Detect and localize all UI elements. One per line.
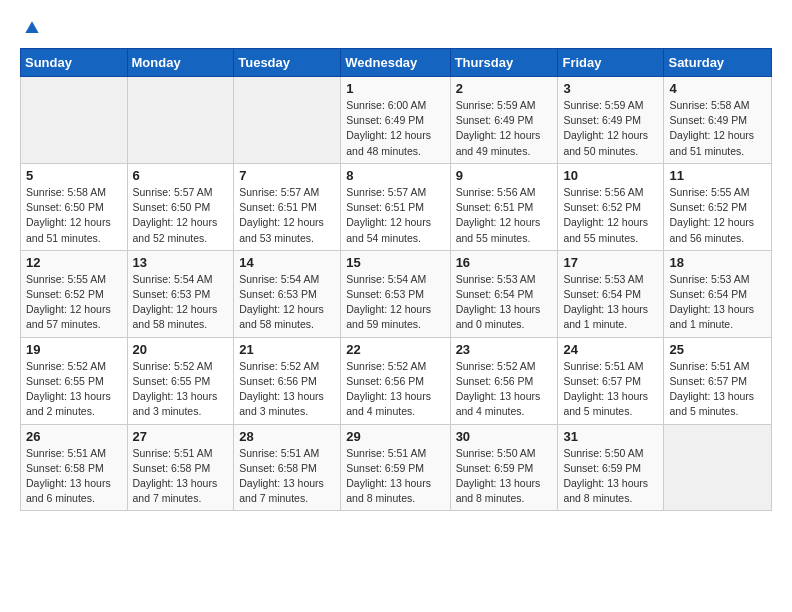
day-number: 19 bbox=[26, 342, 122, 357]
day-number: 10 bbox=[563, 168, 658, 183]
day-number: 7 bbox=[239, 168, 335, 183]
calendar-cell: 27Sunrise: 5:51 AM Sunset: 6:58 PM Dayli… bbox=[127, 424, 234, 511]
calendar-cell: 30Sunrise: 5:50 AM Sunset: 6:59 PM Dayli… bbox=[450, 424, 558, 511]
calendar-cell: 31Sunrise: 5:50 AM Sunset: 6:59 PM Dayli… bbox=[558, 424, 664, 511]
day-number: 17 bbox=[563, 255, 658, 270]
calendar-cell: 11Sunrise: 5:55 AM Sunset: 6:52 PM Dayli… bbox=[664, 163, 772, 250]
day-info: Sunrise: 5:59 AM Sunset: 6:49 PM Dayligh… bbox=[563, 98, 658, 159]
calendar-cell: 13Sunrise: 5:54 AM Sunset: 6:53 PM Dayli… bbox=[127, 250, 234, 337]
day-info: Sunrise: 5:53 AM Sunset: 6:54 PM Dayligh… bbox=[563, 272, 658, 333]
day-number: 14 bbox=[239, 255, 335, 270]
day-number: 23 bbox=[456, 342, 553, 357]
day-number: 29 bbox=[346, 429, 444, 444]
calendar-cell: 12Sunrise: 5:55 AM Sunset: 6:52 PM Dayli… bbox=[21, 250, 128, 337]
calendar-cell: 24Sunrise: 5:51 AM Sunset: 6:57 PM Dayli… bbox=[558, 337, 664, 424]
col-header-thursday: Thursday bbox=[450, 49, 558, 77]
day-info: Sunrise: 5:53 AM Sunset: 6:54 PM Dayligh… bbox=[669, 272, 766, 333]
calendar-cell: 9Sunrise: 5:56 AM Sunset: 6:51 PM Daylig… bbox=[450, 163, 558, 250]
calendar-cell: 14Sunrise: 5:54 AM Sunset: 6:53 PM Dayli… bbox=[234, 250, 341, 337]
day-number: 6 bbox=[133, 168, 229, 183]
day-info: Sunrise: 5:50 AM Sunset: 6:59 PM Dayligh… bbox=[563, 446, 658, 507]
day-number: 13 bbox=[133, 255, 229, 270]
day-info: Sunrise: 5:54 AM Sunset: 6:53 PM Dayligh… bbox=[239, 272, 335, 333]
day-info: Sunrise: 5:55 AM Sunset: 6:52 PM Dayligh… bbox=[669, 185, 766, 246]
col-header-saturday: Saturday bbox=[664, 49, 772, 77]
calendar-cell: 4Sunrise: 5:58 AM Sunset: 6:49 PM Daylig… bbox=[664, 77, 772, 164]
day-number: 21 bbox=[239, 342, 335, 357]
header bbox=[20, 18, 772, 38]
calendar-header-row: SundayMondayTuesdayWednesdayThursdayFrid… bbox=[21, 49, 772, 77]
svg-marker-0 bbox=[25, 21, 38, 33]
day-info: Sunrise: 5:54 AM Sunset: 6:53 PM Dayligh… bbox=[346, 272, 444, 333]
day-number: 18 bbox=[669, 255, 766, 270]
logo-icon bbox=[22, 18, 42, 38]
day-info: Sunrise: 5:52 AM Sunset: 6:56 PM Dayligh… bbox=[346, 359, 444, 420]
calendar-cell: 23Sunrise: 5:52 AM Sunset: 6:56 PM Dayli… bbox=[450, 337, 558, 424]
calendar-cell: 18Sunrise: 5:53 AM Sunset: 6:54 PM Dayli… bbox=[664, 250, 772, 337]
day-number: 20 bbox=[133, 342, 229, 357]
col-header-wednesday: Wednesday bbox=[341, 49, 450, 77]
day-info: Sunrise: 5:52 AM Sunset: 6:55 PM Dayligh… bbox=[133, 359, 229, 420]
day-number: 15 bbox=[346, 255, 444, 270]
col-header-friday: Friday bbox=[558, 49, 664, 77]
day-number: 24 bbox=[563, 342, 658, 357]
calendar-cell: 2Sunrise: 5:59 AM Sunset: 6:49 PM Daylig… bbox=[450, 77, 558, 164]
day-info: Sunrise: 5:53 AM Sunset: 6:54 PM Dayligh… bbox=[456, 272, 553, 333]
day-info: Sunrise: 5:56 AM Sunset: 6:51 PM Dayligh… bbox=[456, 185, 553, 246]
calendar-cell: 7Sunrise: 5:57 AM Sunset: 6:51 PM Daylig… bbox=[234, 163, 341, 250]
day-info: Sunrise: 5:51 AM Sunset: 6:57 PM Dayligh… bbox=[563, 359, 658, 420]
day-info: Sunrise: 5:51 AM Sunset: 6:58 PM Dayligh… bbox=[239, 446, 335, 507]
page: SundayMondayTuesdayWednesdayThursdayFrid… bbox=[0, 0, 792, 521]
calendar-cell: 6Sunrise: 5:57 AM Sunset: 6:50 PM Daylig… bbox=[127, 163, 234, 250]
calendar-cell: 20Sunrise: 5:52 AM Sunset: 6:55 PM Dayli… bbox=[127, 337, 234, 424]
calendar-cell: 28Sunrise: 5:51 AM Sunset: 6:58 PM Dayli… bbox=[234, 424, 341, 511]
calendar-cell: 3Sunrise: 5:59 AM Sunset: 6:49 PM Daylig… bbox=[558, 77, 664, 164]
col-header-tuesday: Tuesday bbox=[234, 49, 341, 77]
day-info: Sunrise: 5:50 AM Sunset: 6:59 PM Dayligh… bbox=[456, 446, 553, 507]
calendar-cell: 21Sunrise: 5:52 AM Sunset: 6:56 PM Dayli… bbox=[234, 337, 341, 424]
calendar-cell: 22Sunrise: 5:52 AM Sunset: 6:56 PM Dayli… bbox=[341, 337, 450, 424]
day-info: Sunrise: 6:00 AM Sunset: 6:49 PM Dayligh… bbox=[346, 98, 444, 159]
day-number: 1 bbox=[346, 81, 444, 96]
calendar-cell: 10Sunrise: 5:56 AM Sunset: 6:52 PM Dayli… bbox=[558, 163, 664, 250]
calendar-cell: 17Sunrise: 5:53 AM Sunset: 6:54 PM Dayli… bbox=[558, 250, 664, 337]
calendar-cell: 29Sunrise: 5:51 AM Sunset: 6:59 PM Dayli… bbox=[341, 424, 450, 511]
calendar-cell: 26Sunrise: 5:51 AM Sunset: 6:58 PM Dayli… bbox=[21, 424, 128, 511]
day-info: Sunrise: 5:51 AM Sunset: 6:58 PM Dayligh… bbox=[26, 446, 122, 507]
calendar-cell bbox=[21, 77, 128, 164]
day-info: Sunrise: 5:52 AM Sunset: 6:55 PM Dayligh… bbox=[26, 359, 122, 420]
day-number: 31 bbox=[563, 429, 658, 444]
col-header-monday: Monday bbox=[127, 49, 234, 77]
day-number: 11 bbox=[669, 168, 766, 183]
calendar-week-row: 1Sunrise: 6:00 AM Sunset: 6:49 PM Daylig… bbox=[21, 77, 772, 164]
day-info: Sunrise: 5:54 AM Sunset: 6:53 PM Dayligh… bbox=[133, 272, 229, 333]
col-header-sunday: Sunday bbox=[21, 49, 128, 77]
day-info: Sunrise: 5:57 AM Sunset: 6:51 PM Dayligh… bbox=[239, 185, 335, 246]
calendar-cell: 16Sunrise: 5:53 AM Sunset: 6:54 PM Dayli… bbox=[450, 250, 558, 337]
day-info: Sunrise: 5:52 AM Sunset: 6:56 PM Dayligh… bbox=[456, 359, 553, 420]
day-info: Sunrise: 5:57 AM Sunset: 6:51 PM Dayligh… bbox=[346, 185, 444, 246]
calendar-week-row: 12Sunrise: 5:55 AM Sunset: 6:52 PM Dayli… bbox=[21, 250, 772, 337]
day-number: 4 bbox=[669, 81, 766, 96]
calendar-cell bbox=[234, 77, 341, 164]
calendar-cell: 1Sunrise: 6:00 AM Sunset: 6:49 PM Daylig… bbox=[341, 77, 450, 164]
calendar-cell: 15Sunrise: 5:54 AM Sunset: 6:53 PM Dayli… bbox=[341, 250, 450, 337]
day-info: Sunrise: 5:58 AM Sunset: 6:50 PM Dayligh… bbox=[26, 185, 122, 246]
day-number: 22 bbox=[346, 342, 444, 357]
day-number: 28 bbox=[239, 429, 335, 444]
day-info: Sunrise: 5:51 AM Sunset: 6:58 PM Dayligh… bbox=[133, 446, 229, 507]
day-number: 9 bbox=[456, 168, 553, 183]
calendar-cell bbox=[127, 77, 234, 164]
day-number: 12 bbox=[26, 255, 122, 270]
calendar-cell: 5Sunrise: 5:58 AM Sunset: 6:50 PM Daylig… bbox=[21, 163, 128, 250]
day-info: Sunrise: 5:52 AM Sunset: 6:56 PM Dayligh… bbox=[239, 359, 335, 420]
day-info: Sunrise: 5:55 AM Sunset: 6:52 PM Dayligh… bbox=[26, 272, 122, 333]
day-number: 5 bbox=[26, 168, 122, 183]
calendar-week-row: 19Sunrise: 5:52 AM Sunset: 6:55 PM Dayli… bbox=[21, 337, 772, 424]
day-number: 25 bbox=[669, 342, 766, 357]
day-number: 3 bbox=[563, 81, 658, 96]
day-number: 26 bbox=[26, 429, 122, 444]
day-info: Sunrise: 5:51 AM Sunset: 6:59 PM Dayligh… bbox=[346, 446, 444, 507]
day-number: 27 bbox=[133, 429, 229, 444]
day-info: Sunrise: 5:59 AM Sunset: 6:49 PM Dayligh… bbox=[456, 98, 553, 159]
